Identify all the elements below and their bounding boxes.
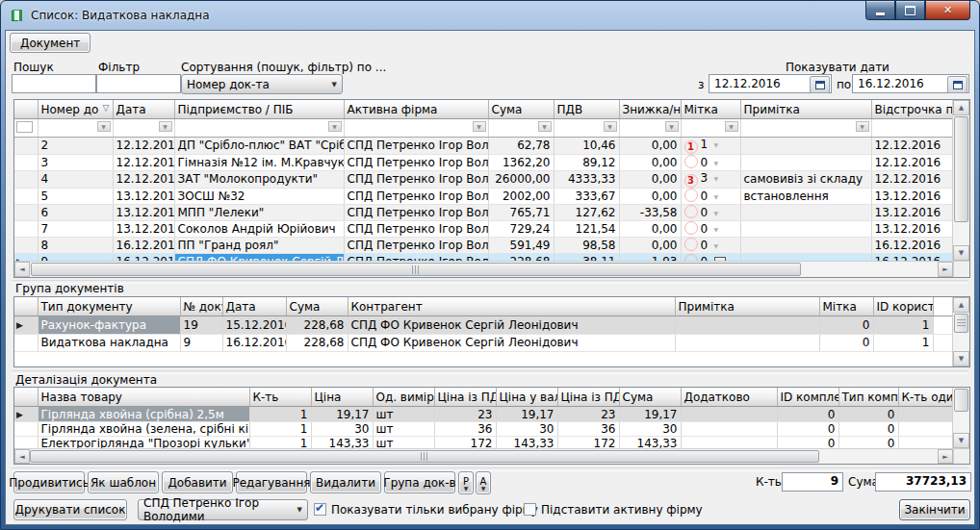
titlebar[interactable]: Список: Видаткова накладна ✕ (1, 1, 979, 30)
mark-dropdown-icon[interactable]: ▼ (714, 226, 719, 233)
detail-row[interactable]: Гірлянда хвойна (зелена, срібні кінчики)… (14, 422, 953, 437)
vertical-scrollbar[interactable]: ▲ ▼ (952, 100, 969, 261)
minimize-button[interactable] (865, 1, 895, 20)
show-selected-firm-checkbox[interactable]: ✔ (314, 503, 326, 516)
col-sum[interactable]: Сума (488, 100, 554, 119)
edit-button[interactable]: Редагування (236, 471, 307, 493)
filter-dropdown-icon[interactable]: ▼ (97, 121, 111, 132)
scrollbar-thumb[interactable] (954, 389, 968, 412)
document-row[interactable]: 3 12.12.2016 Гімназія №12 ім. М.Кравчука… (14, 155, 953, 171)
document-row[interactable]: 4 12.12.2016 ЗАТ "Молокопродукти" СПД Пе… (14, 171, 953, 189)
col-firm[interactable]: Активна фірма (344, 100, 488, 119)
detail-row[interactable]: ▶ Гірлянда хвойна (срібна) 2,5м 1 19,17 … (14, 407, 953, 422)
mark-dropdown-icon[interactable]: ▼ (714, 242, 719, 249)
maximize-button[interactable] (895, 1, 925, 20)
col-qty[interactable]: К-ть (249, 388, 311, 407)
close-button[interactable]: ✕ (925, 1, 970, 20)
delete-button[interactable]: Видалити (310, 471, 381, 493)
firm-combobox[interactable]: СПД Петренко Ігор Володими ▼ (138, 499, 308, 520)
col-product[interactable]: Назва товару (38, 388, 249, 407)
col-sum[interactable]: Сума (286, 297, 348, 316)
col-price-vat2[interactable]: Ціна із ПДВ (557, 388, 619, 407)
scroll-up-icon[interactable]: ▲ (953, 100, 969, 115)
scroll-up-icon[interactable]: ▲ (953, 297, 969, 313)
date-from-calendar-button[interactable] (810, 76, 830, 93)
scroll-left-icon[interactable]: ◄ (14, 262, 30, 277)
print-list-button[interactable]: Друкувати список (13, 499, 127, 520)
view-button[interactable]: Продивитись (13, 471, 85, 493)
col-date[interactable]: Дата (222, 297, 286, 316)
col-contractor[interactable]: Контрагент (348, 297, 675, 316)
a-dropdown-button[interactable]: А▼ (476, 471, 491, 494)
add-button[interactable]: Добавити (162, 471, 233, 493)
mark-dropdown-icon[interactable]: ▼ (714, 210, 719, 216)
mark-dropdown-icon[interactable]: ▼ (714, 175, 719, 182)
col-deferral[interactable]: Відстрочка платеж (871, 100, 953, 119)
col-note[interactable]: Примітка (675, 297, 819, 316)
filter-input[interactable] (96, 74, 181, 93)
col-user-id[interactable]: ID користув (873, 297, 933, 316)
filter-dropdown-icon[interactable]: ▼ (159, 121, 172, 132)
col-unit[interactable]: Од. вимір. (373, 388, 434, 407)
col-number[interactable]: Номер до▽ (38, 100, 113, 119)
scroll-left-icon[interactable]: ◄ (14, 449, 30, 464)
scroll-down-icon[interactable]: ▼ (953, 351, 969, 366)
finish-button[interactable]: Закінчити (899, 499, 970, 520)
col-extra[interactable]: Додатково (681, 388, 777, 407)
scrollbar-thumb[interactable] (954, 116, 968, 222)
date-to-field[interactable]: 16.12.2016 (852, 74, 969, 93)
col-note[interactable]: Примітка (740, 100, 871, 119)
scrollbar-thumb[interactable] (954, 314, 968, 333)
filter-dropdown-icon[interactable]: ▼ (473, 121, 486, 132)
document-row[interactable]: 8 16.12.2016 ПП "Гранд роял" СПД Петренк… (14, 238, 953, 254)
col-vat[interactable]: ПДВ (554, 100, 619, 119)
scroll-right-icon[interactable]: ► (938, 449, 953, 464)
scrollbar-thumb[interactable] (31, 263, 801, 276)
col-mark[interactable]: Мітка (681, 100, 740, 119)
group-row[interactable]: Видаткова накладна 9 16.12.2016 228,68 С… (14, 335, 953, 352)
col-doc-number[interactable]: № доку (180, 297, 222, 316)
document-row[interactable]: 6 13.12.2016 МПП "Лелеки" СПД Петренко І… (14, 205, 953, 221)
scroll-right-icon[interactable]: ► (938, 262, 953, 277)
as-template-button[interactable]: Як шаблон (88, 471, 159, 493)
substitute-firm-checkbox[interactable] (524, 503, 536, 516)
scrollbar-thumb[interactable] (30, 450, 819, 463)
filter-dropdown-icon[interactable]: ▼ (538, 121, 552, 132)
p-dropdown-button[interactable]: Р▼ (458, 471, 474, 494)
col-company[interactable]: Підприємство / ПІБ (174, 100, 344, 119)
filter-dropdown-icon[interactable]: ▼ (665, 121, 679, 132)
col-price-vat[interactable]: Ціна із ПДВ (434, 388, 496, 407)
col-mark[interactable]: Мітка (819, 297, 873, 316)
col-sum[interactable]: Сума (619, 388, 681, 407)
col-doc-type[interactable]: Тип документу (38, 297, 180, 316)
sort-combobox[interactable]: Номер док-та ▼ (181, 74, 343, 94)
col-price-currency[interactable]: Ціна у валю (496, 388, 557, 407)
col-discount[interactable]: Знижка/надбав (619, 100, 681, 119)
scroll-down-icon[interactable]: ▼ (953, 433, 969, 448)
document-row[interactable]: 2 12.12.2016 ДП "Срібло-плюс" ВАТ "Срібл… (14, 138, 953, 155)
col-kit-id[interactable]: ID комплект (777, 388, 838, 407)
filter-dropdown-icon[interactable]: ▼ (725, 121, 738, 132)
document-row[interactable]: 7 13.12.2016 Соколов Андрій Юрійович СПД… (14, 221, 953, 238)
search-input[interactable] (12, 74, 96, 93)
menu-document[interactable]: Документ (10, 33, 90, 53)
vertical-scrollbar[interactable]: ▲ ▼ (952, 297, 969, 366)
sort-indicator-icon[interactable]: ▽ (103, 103, 110, 113)
horizontal-scrollbar[interactable]: ◄ ► (14, 261, 953, 277)
horizontal-scrollbar[interactable]: ◄ ► (14, 448, 953, 464)
vertical-scrollbar[interactable]: ▼ (952, 388, 969, 448)
col-price[interactable]: Ціна (311, 388, 373, 407)
mark-dropdown-icon[interactable]: ▼ (714, 141, 719, 148)
scroll-down-icon[interactable]: ▼ (953, 245, 969, 261)
col-qty-units[interactable]: К-ть оди (898, 388, 953, 407)
col-date[interactable]: Дата (113, 100, 174, 119)
mark-dropdown-icon[interactable]: ▼ (714, 160, 719, 166)
date-from-field[interactable]: 12.12.2016 (709, 74, 832, 93)
document-row[interactable]: 5 13.12.2016 ЗОСШ №32 СПД Петренко Ігор … (14, 189, 953, 205)
col-kit-type[interactable]: Тип компле (838, 388, 898, 407)
date-to-calendar-button[interactable] (947, 76, 967, 93)
group-docs-button[interactable]: Група док-в (384, 471, 455, 493)
filter-dropdown-icon[interactable]: ▼ (856, 121, 869, 132)
filter-dropdown-icon[interactable]: ▼ (328, 121, 342, 132)
filter-dropdown-icon[interactable]: ▼ (604, 121, 617, 132)
